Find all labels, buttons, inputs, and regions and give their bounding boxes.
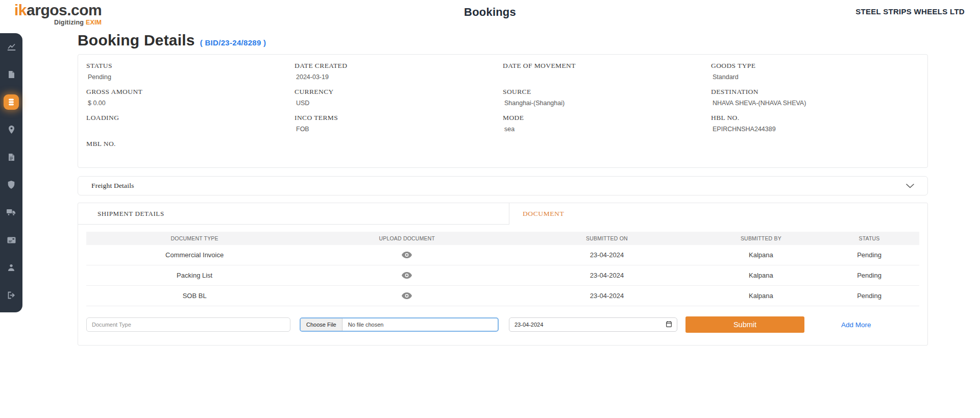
field-value: Shanghai-(Shanghai) bbox=[503, 100, 711, 107]
col-header-status: STATUS bbox=[819, 235, 919, 241]
field-value: USD bbox=[295, 100, 503, 107]
add-more-link[interactable]: Add More bbox=[841, 321, 871, 329]
col-header-submitted-on: SUBMITTED ON bbox=[511, 235, 702, 241]
field-label: CURRENCY bbox=[295, 88, 503, 96]
field-value: FOB bbox=[295, 126, 503, 133]
booking-details-title: Booking Details bbox=[78, 32, 195, 49]
cell-status: Pending bbox=[819, 272, 919, 279]
truck-icon bbox=[7, 209, 16, 216]
cell-submitted-by: Kalpana bbox=[703, 292, 819, 300]
submit-button[interactable]: Submit bbox=[685, 316, 804, 333]
cell-status: Pending bbox=[819, 292, 919, 300]
field-value: Pending bbox=[86, 73, 295, 81]
sidebar-item-bookings[interactable] bbox=[4, 94, 19, 110]
field-value: NHAVA SHEVA-(NHAVA SHEVA) bbox=[711, 100, 919, 107]
database-icon bbox=[7, 98, 15, 106]
eye-icon[interactable] bbox=[402, 292, 412, 299]
tab-shipment-details[interactable]: SHIPMENT DETAILS bbox=[78, 203, 509, 225]
sidebar-item-tracking[interactable] bbox=[4, 125, 18, 134]
sidebar-item-security[interactable] bbox=[4, 180, 18, 189]
sidebar-item-profile[interactable] bbox=[4, 263, 18, 272]
field-currency: CURRENCYUSD bbox=[295, 88, 503, 107]
cell-submitted-by: Kalpana bbox=[703, 272, 819, 279]
field-status: STATUSPending bbox=[86, 62, 295, 81]
col-header-submitted-by: SUBMITTED BY bbox=[703, 235, 819, 241]
eye-icon[interactable] bbox=[402, 272, 412, 279]
field-label: STATUS bbox=[86, 62, 295, 70]
upload-form-row: Choose File No file chosen 23-04-2024 Su… bbox=[86, 316, 919, 333]
field-value: 2024-03-19 bbox=[295, 73, 503, 81]
date-input[interactable]: 23-04-2024 bbox=[509, 317, 677, 332]
sidebar-item-transport[interactable] bbox=[4, 208, 18, 217]
cell-submitted-by: Kalpana bbox=[703, 251, 819, 259]
cell-submitted-on: 23-04-2024 bbox=[511, 272, 702, 279]
field-inco-terms: INCO TERMSFOB bbox=[295, 114, 503, 133]
top-header: ikargos.com Digitizing EXIM Bookings STE… bbox=[0, 0, 980, 29]
table-row: Packing List 23-04-2024 Kalpana Pending bbox=[86, 265, 919, 286]
sidebar-item-documents[interactable] bbox=[4, 70, 18, 79]
cell-status: Pending bbox=[819, 251, 919, 259]
sidebar-item-billing[interactable] bbox=[4, 235, 18, 244]
logout-icon bbox=[7, 291, 15, 299]
field-label: GOODS TYPE bbox=[711, 62, 919, 70]
calendar-icon[interactable] bbox=[666, 321, 672, 328]
field-date-created: DATE CREATED2024-03-19 bbox=[295, 62, 503, 81]
field-value bbox=[503, 73, 711, 81]
documents-table: DOCUMENT TYPE UPLOAD DOCUMENT SUBMITTED … bbox=[86, 232, 919, 306]
field-label: INCO TERMS bbox=[295, 114, 503, 122]
sidebar-nav bbox=[0, 33, 22, 312]
field-label: DATE OF MOVEMENT bbox=[503, 62, 711, 70]
table-row: Commercial Invoice 23-04-2024 Kalpana Pe… bbox=[86, 245, 919, 265]
document-type-input[interactable] bbox=[86, 317, 290, 332]
file-status-text: No file chosen bbox=[342, 318, 384, 331]
cell-upload-document bbox=[303, 252, 511, 258]
field-label: GROSS AMOUNT bbox=[86, 88, 295, 96]
booking-details-card: STATUSPending DATE CREATED2024-03-19 DAT… bbox=[78, 54, 928, 168]
sidebar-item-invoices[interactable] bbox=[4, 153, 18, 162]
tagline-prefix: Digitizing bbox=[54, 19, 86, 26]
documents-card: SHIPMENT DETAILS DOCUMENT DOCUMENT TYPE … bbox=[78, 203, 928, 346]
freight-details-accordion[interactable]: Freight Details bbox=[78, 176, 928, 195]
eye-icon[interactable] bbox=[402, 252, 412, 258]
main-content: Booking Details ( BID/23-24/8289 ) STATU… bbox=[78, 29, 928, 346]
shield-icon bbox=[8, 181, 15, 189]
tagline-accent: EXIM bbox=[86, 19, 102, 26]
field-loading: LOADING bbox=[86, 114, 295, 133]
field-label: HBL NO. bbox=[711, 114, 919, 122]
cell-document-type: Commercial Invoice bbox=[86, 251, 303, 259]
file-upload-input[interactable]: Choose File No file chosen bbox=[300, 317, 499, 332]
cell-submitted-on: 23-04-2024 bbox=[511, 251, 702, 259]
field-label: DATE CREATED bbox=[295, 62, 503, 70]
tab-document[interactable]: DOCUMENT bbox=[509, 203, 927, 225]
choose-file-button[interactable]: Choose File bbox=[301, 318, 342, 331]
col-header-document-type: DOCUMENT TYPE bbox=[86, 235, 303, 241]
table-header-row: DOCUMENT TYPE UPLOAD DOCUMENT SUBMITTED … bbox=[86, 232, 919, 245]
field-value bbox=[86, 152, 295, 159]
cell-submitted-on: 23-04-2024 bbox=[511, 292, 702, 300]
field-value: Standard bbox=[711, 73, 919, 81]
field-label: MODE bbox=[503, 114, 711, 122]
field-mbl-no: MBL NO. bbox=[86, 140, 295, 159]
field-value: sea bbox=[503, 126, 711, 133]
logo-tagline: Digitizing EXIM bbox=[14, 19, 102, 26]
field-label: DESTINATION bbox=[711, 88, 919, 96]
field-label: SOURCE bbox=[503, 88, 711, 96]
booking-id-badge: ( BID/23-24/8289 ) bbox=[200, 38, 266, 47]
field-goods-type: GOODS TYPEStandard bbox=[711, 62, 919, 81]
page-title: Bookings bbox=[0, 6, 980, 19]
cell-document-type: SOB BL bbox=[86, 292, 303, 300]
field-source: SOURCEShanghai-(Shanghai) bbox=[503, 88, 711, 107]
map-pin-icon bbox=[8, 126, 15, 134]
field-value: $ 0.00 bbox=[86, 100, 295, 107]
field-value: EPIRCHNSHA244389 bbox=[711, 126, 919, 133]
field-hbl-no: HBL NO.EPIRCHNSHA244389 bbox=[711, 114, 919, 133]
tab-bar: SHIPMENT DETAILS DOCUMENT bbox=[78, 203, 927, 225]
field-date-of-movement: DATE OF MOVEMENT bbox=[503, 62, 711, 81]
field-mode: MODEsea bbox=[503, 114, 711, 133]
field-gross-amount: GROSS AMOUNT$ 0.00 bbox=[86, 88, 295, 107]
sidebar-item-logout[interactable] bbox=[4, 290, 18, 300]
sidebar-item-dashboard[interactable] bbox=[4, 42, 18, 52]
freight-details-title: Freight Details bbox=[91, 182, 134, 190]
field-destination: DESTINATIONNHAVA SHEVA-(NHAVA SHEVA) bbox=[711, 88, 919, 107]
file-text-icon bbox=[8, 153, 15, 161]
